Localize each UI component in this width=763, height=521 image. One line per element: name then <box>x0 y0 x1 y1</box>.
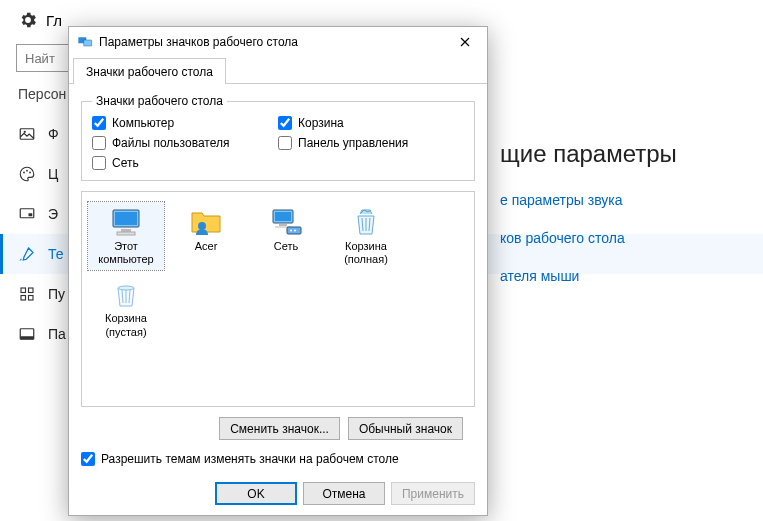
nav-label: Ц <box>48 166 58 182</box>
close-button[interactable] <box>449 30 481 54</box>
related-settings: щие параметры е параметры звука ков рабо… <box>500 140 750 306</box>
desktop-icon-settings-dialog: Параметры значков рабочего стола Значки … <box>68 26 488 516</box>
dialog-tabs: Значки рабочего стола <box>69 57 487 84</box>
related-link-desktop-icons[interactable]: ков рабочего стола <box>500 230 750 246</box>
palette-icon <box>18 165 36 183</box>
default-icon-button[interactable]: Обычный значок <box>348 417 463 440</box>
gear-icon <box>18 10 38 30</box>
picture-icon <box>18 125 36 143</box>
svg-point-3 <box>26 170 28 172</box>
checkbox-label: Файлы пользователя <box>112 136 229 150</box>
icon-label: Этот компьютер <box>90 240 162 266</box>
icon-this-pc[interactable]: Этот компьютер <box>88 202 164 270</box>
icon-preview-box: Этот компьютер Acer Сеть <box>81 191 475 407</box>
nav-label: Ф <box>48 126 59 142</box>
svg-point-27 <box>118 286 134 290</box>
displays-icon <box>77 34 93 50</box>
folder-user-icon <box>188 206 224 238</box>
desktop-icons-group: Значки рабочего стола Компьютер Корзина … <box>81 94 475 181</box>
dialog-footer: OK Отмена Применить <box>69 472 487 515</box>
related-link-sound[interactable]: е параметры звука <box>500 192 750 208</box>
checkbox-label: Сеть <box>112 156 139 170</box>
tab-desktop-icons[interactable]: Значки рабочего стола <box>73 58 226 84</box>
icon-label: Acer <box>195 240 218 253</box>
lockscreen-icon <box>18 205 36 223</box>
recycle-empty-icon <box>108 278 144 310</box>
pc-icon <box>108 206 144 238</box>
nav-label: Э <box>48 206 58 222</box>
svg-point-19 <box>198 222 206 230</box>
svg-point-2 <box>23 172 25 174</box>
checkbox-userfiles-input[interactable] <box>92 136 106 150</box>
svg-rect-6 <box>29 213 33 216</box>
cancel-button[interactable]: Отмена <box>303 482 385 505</box>
svg-rect-0 <box>20 129 34 140</box>
nav-label: Те <box>48 246 64 262</box>
close-icon <box>460 37 470 47</box>
apply-button[interactable]: Применить <box>391 482 475 505</box>
dialog-title: Параметры значков рабочего стола <box>99 35 449 49</box>
svg-point-4 <box>29 172 31 174</box>
taskbar-icon <box>18 325 36 343</box>
icon-label: Корзина (полная) <box>330 240 402 266</box>
checkbox-computer[interactable]: Компьютер <box>92 116 278 130</box>
svg-point-25 <box>290 230 292 232</box>
icon-recycle-full[interactable]: Корзина (полная) <box>328 202 404 270</box>
group-legend: Значки рабочего стола <box>92 94 227 108</box>
checkbox-label: Разрешить темам изменять значки на рабоч… <box>101 452 399 466</box>
recycle-full-icon <box>348 206 384 238</box>
related-link-mouse[interactable]: ателя мыши <box>500 268 750 284</box>
svg-rect-22 <box>279 224 287 226</box>
network-icon <box>268 206 304 238</box>
icon-buttons-row: Сменить значок... Обычный значок <box>81 417 475 440</box>
svg-rect-21 <box>275 212 291 221</box>
checkbox-label: Компьютер <box>112 116 174 130</box>
checkbox-network[interactable]: Сеть <box>92 156 278 170</box>
checkbox-computer-input[interactable] <box>92 116 106 130</box>
dialog-body: Значки рабочего стола Компьютер Корзина … <box>69 84 487 472</box>
svg-point-1 <box>24 131 26 133</box>
svg-rect-16 <box>115 212 137 225</box>
svg-rect-18 <box>117 232 135 235</box>
checkbox-label: Корзина <box>298 116 344 130</box>
ok-button[interactable]: OK <box>215 482 297 505</box>
svg-rect-7 <box>21 288 26 293</box>
checkbox-userfiles[interactable]: Файлы пользователя <box>92 136 278 150</box>
checkbox-recycle-input[interactable] <box>278 116 292 130</box>
svg-rect-14 <box>84 40 92 46</box>
checkbox-label: Панель управления <box>298 136 408 150</box>
related-title: щие параметры <box>500 140 750 168</box>
checkbox-cpanel-input[interactable] <box>278 136 292 150</box>
icon-user-folder[interactable]: Acer <box>168 202 244 270</box>
checkbox-allow-themes-input[interactable] <box>81 452 95 466</box>
svg-point-26 <box>294 230 296 232</box>
checkbox-cpanel[interactable]: Панель управления <box>278 136 464 150</box>
checkbox-network-input[interactable] <box>92 156 106 170</box>
change-icon-button[interactable]: Сменить значок... <box>219 417 340 440</box>
settings-header-title: Гл <box>46 12 62 29</box>
svg-rect-9 <box>21 296 26 301</box>
icon-label: Сеть <box>274 240 298 253</box>
svg-rect-8 <box>29 288 34 293</box>
checkbox-recycle[interactable]: Корзина <box>278 116 464 130</box>
brush-icon <box>18 245 36 263</box>
svg-rect-10 <box>29 296 34 301</box>
nav-label: Пу <box>48 286 65 302</box>
icon-recycle-empty[interactable]: Корзина (пустая) <box>88 274 164 342</box>
grid-icon <box>18 285 36 303</box>
icon-label: Корзина (пустая) <box>90 312 162 338</box>
checkbox-allow-themes[interactable]: Разрешить темам изменять значки на рабоч… <box>81 452 475 466</box>
nav-label: Па <box>48 326 66 342</box>
svg-rect-12 <box>20 336 34 339</box>
icon-network[interactable]: Сеть <box>248 202 324 270</box>
dialog-titlebar[interactable]: Параметры значков рабочего стола <box>69 27 487 57</box>
